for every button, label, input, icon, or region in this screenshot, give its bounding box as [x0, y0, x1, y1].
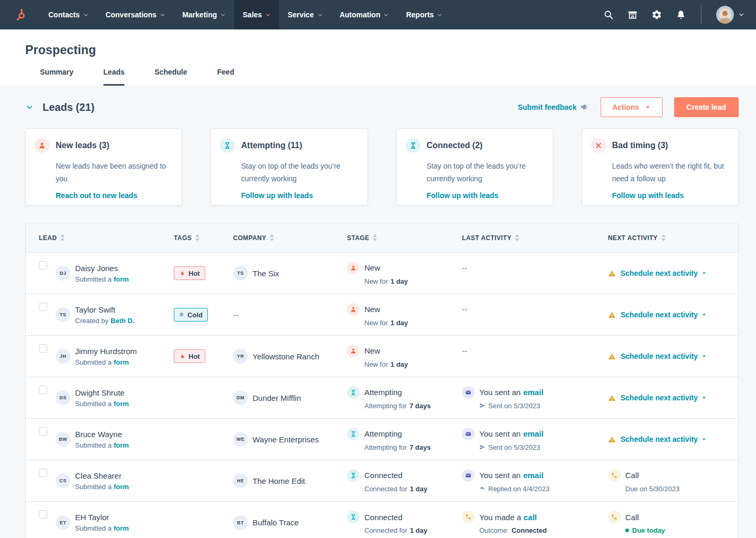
- row-checkbox[interactable]: [39, 510, 47, 519]
- send-icon: [479, 444, 486, 450]
- email-link[interactable]: email: [523, 429, 543, 438]
- company-empty: --: [233, 311, 238, 319]
- schedule-next-activity[interactable]: Schedule next activity: [608, 352, 707, 360]
- lead-avatar: DS: [56, 390, 70, 405]
- nav-item-service[interactable]: Service: [279, 0, 331, 29]
- last-activity-detail: Outcome:Connected: [462, 526, 547, 534]
- owner-link[interactable]: Beth D.: [111, 317, 135, 325]
- lead-name[interactable]: Daisy Jones: [75, 264, 129, 273]
- lead-name[interactable]: Jimmy Hurdstrom: [75, 347, 137, 356]
- tag-badge-cold: ❄Cold: [174, 308, 208, 322]
- nav-item-automation[interactable]: Automation: [331, 0, 398, 29]
- email-link[interactable]: email: [523, 388, 543, 397]
- row-checkbox[interactable]: [39, 386, 47, 394]
- collapse-chevron-icon[interactable]: [25, 103, 34, 111]
- lead-subtitle: Created byBeth D.: [75, 317, 134, 325]
- lead-name[interactable]: EH Taylor: [75, 513, 129, 522]
- bell-icon[interactable]: [676, 9, 686, 20]
- nav-item-marketing[interactable]: Marketing: [174, 0, 234, 29]
- row-checkbox[interactable]: [39, 427, 47, 436]
- card-link[interactable]: Follow up with leads: [612, 191, 684, 200]
- stage-label: New: [364, 263, 380, 272]
- stage-label: Attempting: [364, 429, 402, 438]
- page-tabs: Summary Leads Schedule Feed: [25, 68, 731, 86]
- tab-schedule[interactable]: Schedule: [154, 68, 187, 86]
- send-icon: [479, 402, 486, 409]
- schedule-next-activity[interactable]: Schedule next activity: [608, 435, 707, 443]
- nav-item-conversations[interactable]: Conversations: [97, 0, 174, 29]
- tab-feed[interactable]: Feed: [217, 68, 235, 86]
- card-link[interactable]: Reach out to new leads: [56, 191, 138, 200]
- last-activity-empty: --: [462, 263, 479, 272]
- col-head-stage[interactable]: STAGE: [347, 223, 462, 252]
- next-activity-due-today: Due today: [608, 526, 665, 534]
- user-account-menu[interactable]: [716, 6, 744, 24]
- create-lead-button[interactable]: Create lead: [674, 97, 739, 117]
- caret-down-icon: [701, 271, 707, 276]
- nav-item-contacts[interactable]: Contacts: [40, 0, 97, 29]
- next-activity-label: Call: [625, 513, 639, 522]
- card-new-leads: New leads (3) New leads have been assign…: [25, 128, 182, 205]
- tab-leads[interactable]: Leads: [103, 68, 124, 86]
- stage-new-icon: [347, 262, 360, 274]
- email-link[interactable]: email: [523, 471, 543, 480]
- card-link[interactable]: Follow up with leads: [427, 191, 499, 200]
- hubspot-logo-icon[interactable]: [14, 8, 27, 22]
- sort-icon: [270, 234, 274, 241]
- col-head-next-activity[interactable]: NEXT ACTIVITY: [608, 223, 738, 252]
- form-link[interactable]: form: [113, 441, 129, 449]
- row-checkbox[interactable]: [39, 261, 47, 270]
- company-name: Buffalo Trace: [253, 518, 299, 527]
- col-head-tags[interactable]: TAGS: [174, 223, 233, 252]
- avatar: [716, 6, 734, 24]
- lead-name[interactable]: Clea Shearer: [75, 471, 129, 480]
- form-link[interactable]: form: [113, 358, 129, 366]
- col-head-company[interactable]: COMPANY: [233, 223, 347, 252]
- lead-name[interactable]: Taylor Swift: [75, 305, 134, 314]
- tag-badge-hot: Hot: [174, 349, 205, 363]
- schedule-next-activity[interactable]: Schedule next activity: [608, 394, 707, 402]
- nav-item-reports[interactable]: Reports: [397, 0, 451, 29]
- form-link[interactable]: form: [113, 400, 129, 408]
- lead-subtitle: Submitted aform: [75, 358, 137, 366]
- card-link[interactable]: Follow up with leads: [241, 191, 313, 200]
- email-icon: [462, 428, 475, 440]
- call-link[interactable]: call: [524, 513, 537, 522]
- submit-feedback-link[interactable]: Submit feedback: [518, 103, 589, 111]
- row-checkbox[interactable]: [39, 469, 47, 477]
- lead-name[interactable]: Bruce Wayne: [75, 430, 129, 439]
- caret-down-icon: [701, 395, 707, 400]
- form-link[interactable]: form: [113, 483, 129, 491]
- stage-label: New: [364, 305, 380, 314]
- tag-badge-hot: Hot: [174, 266, 205, 280]
- stage-hourglass-icon: [347, 511, 360, 523]
- stage-label: Connected: [364, 471, 403, 480]
- col-head-last-activity[interactable]: LAST ACTIVITY: [462, 223, 608, 252]
- stage-summary-cards: New leads (3) New leads have been assign…: [25, 128, 739, 205]
- warning-icon: [608, 436, 616, 443]
- gear-icon[interactable]: [652, 9, 662, 20]
- caret-down-icon: [645, 104, 651, 110]
- form-link[interactable]: form: [113, 524, 129, 532]
- row-checkbox[interactable]: [39, 303, 47, 311]
- stage-hourglass-icon: [347, 386, 360, 399]
- card-title: Attempting (11): [241, 141, 302, 150]
- company-name: Yellowstone Ranch: [253, 352, 319, 361]
- stage-new-icon: [347, 345, 360, 357]
- lead-name[interactable]: Dwight Shrute: [75, 388, 129, 397]
- tab-summary[interactable]: Summary: [40, 68, 74, 86]
- schedule-next-activity[interactable]: Schedule next activity: [608, 269, 707, 277]
- marketplace-icon[interactable]: [627, 9, 638, 20]
- stage-duration: Connected for1 day: [347, 485, 427, 493]
- actions-button[interactable]: Actions: [601, 97, 662, 117]
- sort-icon: [662, 234, 666, 241]
- last-activity-detail: Sent on 5/3/2023: [462, 402, 543, 410]
- schedule-next-activity[interactable]: Schedule next activity: [608, 311, 707, 319]
- nav-item-sales[interactable]: Sales: [234, 0, 279, 29]
- form-link[interactable]: form: [113, 275, 129, 283]
- next-activity-label: Call: [625, 471, 639, 480]
- row-checkbox[interactable]: [39, 344, 47, 353]
- search-icon[interactable]: [603, 9, 614, 20]
- warning-icon: [608, 270, 616, 277]
- col-head-lead[interactable]: LEAD: [39, 223, 174, 252]
